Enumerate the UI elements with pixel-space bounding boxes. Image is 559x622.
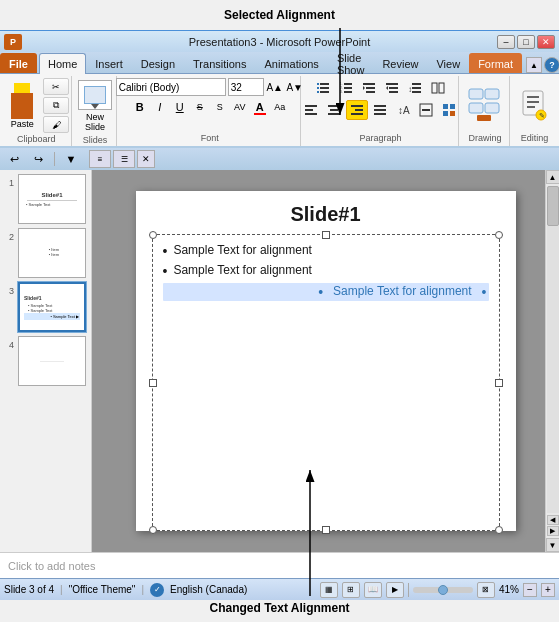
align-left-button[interactable] — [300, 100, 322, 120]
shadow-button[interactable]: S — [211, 98, 229, 116]
ribbon-collapse-button[interactable]: ▲ — [526, 57, 542, 73]
numbering-button[interactable]: 1. 2. 3. — [335, 78, 357, 98]
vertical-scrollbar[interactable]: ▲ ◀ ▶ ▼ — [545, 170, 559, 552]
smartart-button[interactable] — [438, 100, 460, 120]
slides-view-btn[interactable]: ≡ — [89, 150, 111, 168]
char-spacing-button[interactable]: AV — [231, 98, 249, 116]
tab-home[interactable]: Home — [39, 53, 86, 74]
slide-thumb-4[interactable]: 4 —————— — [4, 336, 87, 386]
slide-thumb-1[interactable]: 1 Slide#1 • Sample Text — [4, 174, 87, 224]
slide-panel: 1 Slide#1 • Sample Text 2 • Item • Item — [0, 170, 92, 552]
svg-rect-49 — [477, 115, 491, 121]
minimize-button[interactable]: – — [497, 35, 515, 49]
scroll-up-button[interactable]: ▲ — [546, 170, 560, 184]
tab-view[interactable]: View — [427, 53, 469, 73]
scroll-expand-right[interactable]: ▶ — [547, 526, 559, 536]
svg-rect-34 — [351, 113, 363, 115]
bold-button[interactable]: B — [131, 98, 149, 116]
slide-thumb-3[interactable]: 3 Slide#1 • Sample Text • Sample Text • … — [4, 282, 87, 332]
svg-rect-33 — [355, 109, 363, 111]
strikethrough-button[interactable]: S — [191, 98, 209, 116]
tab-animations[interactable]: Animations — [255, 53, 327, 73]
cut-button[interactable]: ✂ — [43, 78, 69, 95]
handle-middle-right[interactable] — [495, 379, 503, 387]
canvas-area: ▲ ◀ ▶ ▼ Slide#1 — [92, 170, 559, 552]
bullet-2-text: Sample Text for alignment — [173, 263, 312, 277]
slide-preview-1[interactable]: Slide#1 • Sample Text — [18, 174, 86, 224]
close-panel-btn[interactable]: ✕ — [137, 150, 155, 168]
tab-insert[interactable]: Insert — [86, 53, 132, 73]
handle-bottom-left[interactable] — [149, 526, 157, 534]
highlight-color-button[interactable]: Aa — [271, 98, 289, 116]
svg-rect-3 — [320, 87, 329, 89]
align-right-button[interactable] — [346, 100, 368, 120]
tab-transitions[interactable]: Transitions — [184, 53, 255, 73]
text-box[interactable]: Sample Text for alignment Sample Text fo… — [152, 234, 500, 531]
svg-rect-9 — [344, 87, 352, 89]
app-window: P Presentation3 - Microsoft PowerPoint –… — [0, 30, 559, 594]
increase-indent-button[interactable] — [381, 78, 403, 98]
align-text-button[interactable] — [415, 100, 437, 120]
tab-design[interactable]: Design — [132, 53, 184, 73]
decrease-indent-button[interactable] — [358, 78, 380, 98]
new-slide-button[interactable]: NewSlide — [76, 78, 114, 134]
slide-preview-3[interactable]: Slide#1 • Sample Text • Sample Text • Sa… — [18, 282, 86, 332]
ribbon-group-font: A▲ A▼ B I U S S AV A Aa — [119, 76, 301, 146]
italic-button[interactable]: I — [151, 98, 169, 116]
svg-rect-1 — [320, 83, 329, 85]
slide-preview-4[interactable]: —————— — [18, 336, 86, 386]
handle-top-right[interactable] — [495, 231, 503, 239]
justify-button[interactable] — [369, 100, 391, 120]
handle-middle-left[interactable] — [149, 379, 157, 387]
columns-button[interactable] — [427, 78, 449, 98]
underline-button[interactable]: U — [171, 98, 189, 116]
undo-button[interactable]: ↩ — [4, 150, 24, 168]
slide-num-3: 3 — [4, 286, 14, 296]
bullet-1-text: Sample Text for alignment — [173, 243, 312, 257]
tab-format[interactable]: Format — [469, 53, 522, 73]
handle-bottom-middle[interactable] — [322, 526, 330, 534]
svg-rect-14 — [366, 91, 375, 93]
handle-top-middle[interactable] — [322, 231, 330, 239]
paste-button[interactable]: Paste — [3, 78, 41, 133]
slide-preview-2[interactable]: • Item • Item — [18, 228, 86, 278]
format-painter-button[interactable]: 🖌 — [43, 116, 69, 133]
slide-canvas: Slide#1 Sample Text for alignment — [136, 191, 516, 531]
tab-review[interactable]: Review — [373, 53, 427, 73]
slide-thumb-2[interactable]: 2 • Item • Item — [4, 228, 87, 278]
maximize-button[interactable]: □ — [517, 35, 535, 49]
tab-file[interactable]: File — [0, 53, 37, 73]
copy-button[interactable]: ⧉ — [43, 97, 69, 114]
font-size-input[interactable] — [228, 78, 264, 96]
increase-font-button[interactable]: A▲ — [266, 78, 284, 96]
scroll-down-button[interactable]: ▼ — [546, 538, 560, 552]
svg-rect-42 — [450, 104, 455, 109]
slide1-thumb-title: Slide#1 — [22, 192, 82, 198]
zoom-thumb[interactable] — [438, 585, 448, 595]
scroll-expand-left[interactable]: ◀ — [547, 515, 559, 525]
text-direction-button[interactable]: ↕A — [392, 100, 414, 120]
ribbon: Paste ✂ ⧉ 🖌 Clipboard Ne — [0, 74, 559, 148]
bullets-button[interactable] — [312, 78, 334, 98]
slide-num-2: 2 — [4, 232, 14, 242]
tab-slideshow[interactable]: Slide Show — [328, 53, 374, 73]
scroll-thumb[interactable] — [547, 186, 559, 226]
handle-bottom-right[interactable] — [495, 526, 503, 534]
close-button[interactable]: ✕ — [537, 35, 555, 49]
zoom-slider[interactable] — [413, 587, 473, 593]
outline-view-btn[interactable]: ☰ — [113, 150, 135, 168]
qa-dropdown[interactable]: ▼ — [61, 150, 81, 168]
annotation-top-label: Selected Alignment — [224, 8, 335, 22]
notes-area[interactable]: Click to add notes — [0, 552, 559, 578]
notes-placeholder: Click to add notes — [8, 560, 95, 572]
help-button[interactable]: ? — [544, 57, 559, 73]
svg-rect-31 — [328, 113, 340, 115]
svg-rect-25 — [439, 83, 444, 93]
line-spacing-button[interactable]: ↕ — [404, 78, 426, 98]
svg-text:✎: ✎ — [539, 112, 545, 119]
annotation-bottom: Changed Text Alignment — [0, 594, 559, 622]
font-name-input[interactable] — [116, 78, 226, 96]
handle-top-left[interactable] — [149, 231, 157, 239]
redo-button[interactable]: ↪ — [28, 150, 48, 168]
align-center-button[interactable] — [323, 100, 345, 120]
